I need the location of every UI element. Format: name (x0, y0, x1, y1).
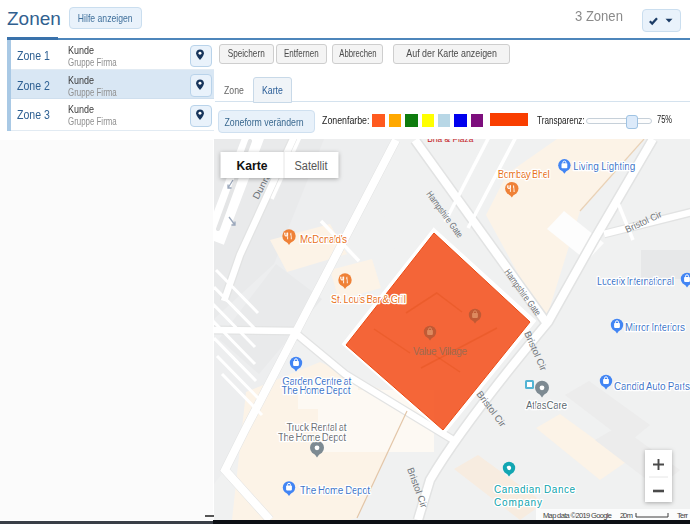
svg-text:Satellit: Satellit (295, 159, 328, 173)
svg-text:Mirror Interiors: Mirror Interiors (625, 322, 685, 333)
svg-text:Bria & Plaza: Bria & Plaza (427, 139, 473, 144)
svg-text:AtlasCare: AtlasCare (526, 400, 567, 411)
svg-text:Bombay Bhel: Bombay Bhel (498, 169, 550, 180)
svg-text:Terr: Terr (677, 511, 689, 520)
svg-text:Map data ©2019 Google: Map data ©2019 Google (543, 511, 612, 520)
svg-text:The Home Depot: The Home Depot (300, 485, 370, 496)
svg-text:Company: Company (494, 497, 542, 508)
svg-text:McDonald's: McDonald's (300, 234, 347, 245)
svg-text:Truck Rental at: Truck Rental at (287, 422, 347, 433)
svg-text:Canadian Dance: Canadian Dance (494, 484, 575, 495)
svg-text:St. Louis Bar & Grill: St. Louis Bar & Grill (331, 294, 406, 305)
svg-text:Living Lighting: Living Lighting (573, 161, 635, 172)
svg-text:The Home Depot: The Home Depot (282, 385, 351, 396)
svg-text:Candid Auto Parts: Candid Auto Parts (614, 381, 690, 392)
svg-text:Lucerix International: Lucerix International (597, 276, 674, 287)
svg-text:Karte: Karte (237, 159, 268, 173)
svg-text:Value Village: Value Village (413, 346, 467, 357)
svg-text:The Home Depot: The Home Depot (278, 432, 346, 443)
svg-text:20 m: 20 m (620, 511, 633, 520)
